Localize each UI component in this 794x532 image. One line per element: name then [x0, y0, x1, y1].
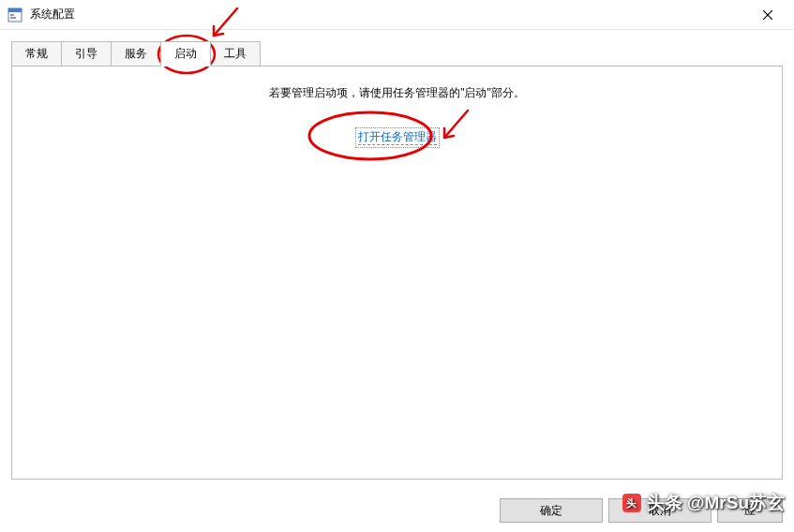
close-button[interactable]	[749, 0, 787, 30]
open-task-manager-link[interactable]: 打开任务管理器	[358, 130, 437, 145]
window-title: 系统配置	[30, 7, 75, 22]
cancel-button[interactable]: 取消	[608, 498, 712, 523]
title-bar: 系统配置	[0, 0, 794, 30]
ok-button[interactable]: 确定	[500, 498, 603, 523]
link-container: 打开任务管理器	[31, 129, 763, 145]
tab-services[interactable]: 服务	[111, 41, 161, 66]
svg-rect-2	[10, 14, 14, 16]
app-icon	[7, 7, 22, 22]
tab-bar: 常规 引导 服务 启动 工具	[0, 30, 794, 66]
svg-rect-3	[10, 17, 16, 19]
svg-rect-1	[8, 8, 22, 12]
startup-message: 若要管理启动项，请使用任务管理器的"启动"部分。	[31, 85, 763, 101]
button-bar: 确定 取消 应	[0, 491, 794, 532]
tab-general[interactable]: 常规	[11, 41, 62, 66]
apply-button[interactable]: 应	[717, 498, 783, 523]
tab-boot[interactable]: 引导	[61, 41, 112, 66]
tab-content: 若要管理启动项，请使用任务管理器的"启动"部分。 打开任务管理器	[11, 66, 783, 480]
tab-tools[interactable]: 工具	[210, 41, 261, 66]
tab-startup[interactable]: 启动	[160, 41, 211, 66]
